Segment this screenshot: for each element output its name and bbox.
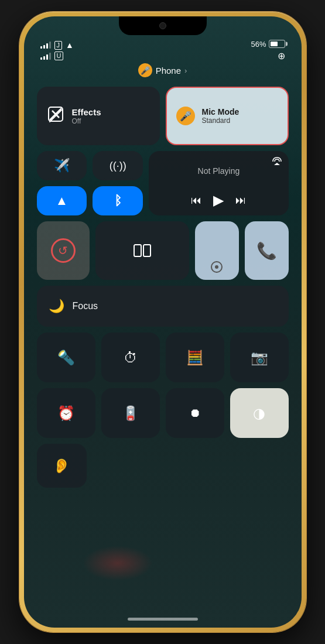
- brightness-icon: [211, 261, 223, 273]
- signal-bars-1: [40, 42, 51, 49]
- now-playing-tile[interactable]: Not Playing ⏮ ▶ ⏭: [149, 151, 288, 215]
- rotation-lock-tile[interactable]: [37, 221, 90, 280]
- row-utilities-2: ⏰ 🪫 ⏺ ◑: [37, 388, 289, 438]
- mic-mode-text: Mic Mode Standard: [202, 107, 240, 125]
- svg-rect-4: [134, 245, 141, 256]
- bluetooth-tile[interactable]: ᛒ: [93, 186, 143, 215]
- wifi-tile[interactable]: ▲: [37, 186, 87, 215]
- mic-mode-sub: Standard: [202, 117, 240, 125]
- signal-row-1: J ▲: [40, 40, 74, 50]
- wifi-icon: ▲: [66, 40, 74, 50]
- battery-row: 56%: [251, 40, 285, 49]
- cellular-data-tile[interactable]: ((·)): [93, 151, 143, 180]
- camera-icon: 📷: [251, 350, 268, 366]
- chevron-right-icon: ›: [184, 66, 187, 75]
- row-display-controls: 📞: [37, 221, 289, 280]
- brightness-slider[interactable]: [195, 221, 239, 280]
- phone-label: Phone: [156, 66, 181, 76]
- sim1-icon: J: [54, 41, 63, 50]
- flashlight-tile[interactable]: 🔦: [37, 333, 95, 382]
- battery-level-icon: 🪫: [122, 405, 139, 422]
- mic-icon: 🎤: [176, 107, 195, 125]
- fast-forward-button[interactable]: ⏭: [235, 194, 246, 207]
- cellular-icon: ((·)): [110, 160, 126, 172]
- focus-tile[interactable]: 🌙 Focus: [37, 286, 289, 327]
- effects-icon: [47, 106, 64, 126]
- effects-sub: Off: [72, 117, 101, 125]
- svg-line-2: [50, 108, 61, 120]
- notch: [119, 16, 207, 35]
- mic-mode-tile[interactable]: 🎤 Mic Mode Standard: [166, 87, 289, 145]
- phone-tile[interactable]: 📞: [245, 221, 289, 280]
- screen-rotation-icon: ⊕: [278, 50, 285, 61]
- play-button[interactable]: ▶: [213, 192, 224, 208]
- transport-controls: ⏮ ▶ ⏭: [155, 192, 282, 208]
- sim2-icon: U: [54, 52, 64, 60]
- calculator-icon: 🧮: [186, 350, 204, 366]
- battery-fill: [271, 42, 278, 46]
- contrast-icon: ◑: [253, 405, 265, 422]
- calculator-tile[interactable]: 🧮: [166, 333, 224, 382]
- row-effects-mic: Effects Off 🎤 Mic Mode Standard: [37, 87, 289, 145]
- row-focus: 🌙 Focus: [37, 286, 289, 327]
- effects-tile[interactable]: Effects Off: [37, 87, 160, 145]
- status-right: 56% ⊕: [251, 40, 285, 61]
- screen-mirror-tile[interactable]: [95, 221, 189, 280]
- effects-title: Effects: [72, 107, 101, 117]
- bluetooth-icon: ᛒ: [114, 193, 122, 208]
- row-connectivity-media: ✈️ ((·)) ▲ ᛒ: [37, 151, 289, 215]
- phone-icon: 📞: [256, 241, 277, 261]
- svg-marker-3: [274, 163, 280, 165]
- accessibility-tile[interactable]: ◑: [230, 388, 289, 438]
- effects-text: Effects Off: [72, 107, 101, 125]
- svg-rect-5: [143, 245, 150, 256]
- phone-screen: J ▲ U 56% ⊕: [24, 16, 302, 628]
- not-playing-text: Not Playing: [198, 166, 240, 176]
- timer-tile[interactable]: ⏱: [101, 333, 160, 382]
- focus-label: Focus: [73, 301, 98, 311]
- timer-icon: ⏱: [124, 350, 138, 366]
- hearing-tile[interactable]: 👂: [37, 444, 87, 488]
- alarm-icon: ⏰: [57, 405, 75, 422]
- signal-bars-2: [40, 53, 51, 60]
- connectivity-grid: ✈️ ((·)) ▲ ᛒ: [37, 151, 143, 215]
- rewind-button[interactable]: ⏮: [191, 194, 201, 207]
- battery-icon: [269, 40, 285, 48]
- row-hearing: 👂: [37, 444, 289, 488]
- camera-tile[interactable]: 📷: [230, 333, 289, 382]
- battery-percent: 56%: [251, 40, 266, 49]
- row-utilities-1: 🔦 ⏱ 🧮 📷: [37, 333, 289, 382]
- mic-mode-title: Mic Mode: [202, 107, 240, 117]
- signal-row-2: U: [40, 52, 74, 60]
- status-left: J ▲ U: [40, 40, 74, 60]
- screen-record-tile[interactable]: ⏺: [166, 388, 224, 438]
- record-icon: ⏺: [189, 406, 201, 420]
- airplane-icon: ✈️: [54, 158, 70, 173]
- alarm-tile[interactable]: ⏰: [37, 388, 95, 438]
- hearing-icon: 👂: [53, 458, 70, 474]
- control-center: Effects Off 🎤 Mic Mode Standard ✈️: [37, 87, 289, 598]
- rotation-lock-icon: [51, 238, 76, 263]
- battery-tile[interactable]: 🪫: [101, 388, 160, 438]
- home-indicator: [128, 618, 198, 621]
- phone-mic-badge: 🎤: [138, 63, 152, 77]
- flashlight-icon: 🔦: [57, 350, 75, 366]
- airplay-icon: [272, 157, 282, 167]
- wifi-symbol: ▲: [56, 193, 69, 208]
- moon-icon: 🌙: [49, 299, 64, 314]
- mirror-icon: [134, 244, 151, 258]
- phone-frame: J ▲ U 56% ⊕: [19, 12, 306, 632]
- status-bar: J ▲ U 56% ⊕: [24, 39, 302, 62]
- airplane-mode-tile[interactable]: ✈️: [37, 151, 87, 180]
- phone-label-bar: 🎤 Phone ›: [24, 63, 302, 77]
- camera: [159, 22, 166, 29]
